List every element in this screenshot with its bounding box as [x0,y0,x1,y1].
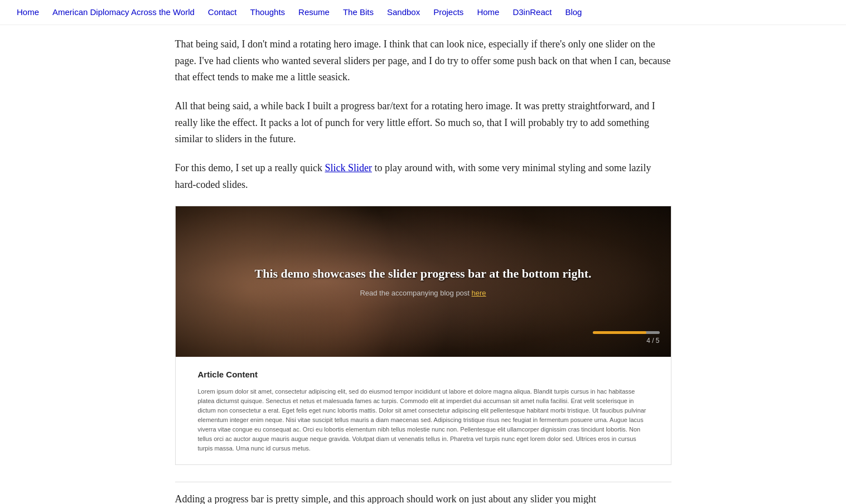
nav-item-2[interactable]: Contact [202,3,243,21]
slick-slider-link[interactable]: Slick Slider [325,162,372,173]
demo-container: This demo showcases the slider progress … [175,206,671,465]
demo-hero: This demo showcases the slider progress … [176,206,671,357]
paragraph-1: That being said, I don't mind a rotating… [175,36,671,86]
paragraph-3: For this demo, I set up a really quick S… [175,160,671,193]
para3-prefix: For this demo, I set up a really quick [175,162,325,173]
demo-hero-title: This demo showcases the slider progress … [255,264,592,283]
demo-hero-subtitle-prefix: Read the accompanying blog post [360,289,471,297]
demo-article-text: Lorem ipsum dolor sit amet, consectetur … [198,387,649,453]
nav-item-3[interactable]: Thoughts [245,3,291,21]
bottom-partial-text: Adding a progress bar is pretty simple, … [175,482,671,504]
demo-hero-subtitle: Read the accompanying blog post here [360,288,486,299]
progress-bar-fill [593,331,646,334]
nav-item-9[interactable]: D3inReact [507,3,557,21]
demo-progress-area: 4 / 5 [593,331,660,346]
main-content: That being said, I don't mind a rotating… [153,25,694,504]
nav-item-8[interactable]: Home [471,3,505,21]
nav-item-5[interactable]: The Bits [337,3,379,21]
paragraph-2: All that being said, a while back I buil… [175,98,671,148]
nav-item-10[interactable]: Blog [559,3,587,21]
nav-item-7[interactable]: Projects [428,3,469,21]
nav: HomeAmerican Diplomacy Across the WorldC… [0,0,846,25]
demo-article-title: Article Content [198,368,649,381]
nav-item-1[interactable]: American Diplomacy Across the World [47,3,200,21]
nav-item-4[interactable]: Resume [293,3,335,21]
demo-article-preview: Article Content Lorem ipsum dolor sit am… [176,357,671,464]
progress-bar-track [593,331,660,334]
demo-here-link[interactable]: here [472,289,486,297]
progress-label: 4 / 5 [646,336,659,346]
nav-item-0[interactable]: Home [11,3,45,21]
nav-item-6[interactable]: Sandbox [381,3,426,21]
